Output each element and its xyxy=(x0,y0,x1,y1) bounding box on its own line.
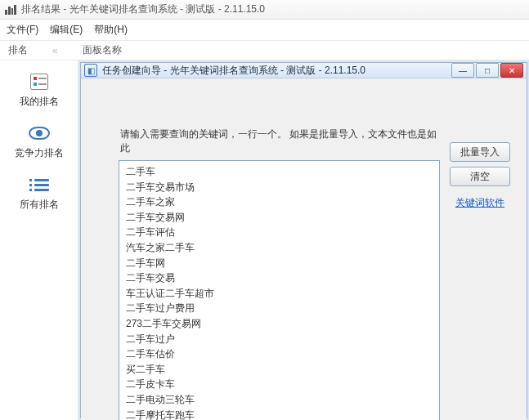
toolbar-panel-name-label: 面板名称 xyxy=(83,43,122,57)
menu-help[interactable]: 帮助(H) xyxy=(94,23,128,37)
sidebar: 我的排名 竞争力排名 所有排名 xyxy=(0,60,78,420)
wizard-titlebar: ◧ 任务创建向导 - 光年关键词排名查询系统 - 测试版 - 2.11.15.0… xyxy=(81,63,527,78)
minimize-button[interactable]: — xyxy=(451,63,474,78)
sidebar-label-all-rank: 所有排名 xyxy=(20,198,59,212)
menubar: 文件(F) 编辑(E) 帮助(H) xyxy=(0,20,529,41)
sidebar-item-my-rank[interactable]: 我的排名 xyxy=(11,72,68,109)
sidebar-label-compete-rank: 竞争力排名 xyxy=(15,146,64,160)
main-area: 我的排名 竞争力排名 所有排名 ◧ 任务创建向导 - 光年关键词排名查询系统 -… xyxy=(0,60,529,420)
app-title: 排名结果 - 光年关键词排名查询系统 - 测试版 - 2.11.15.0 xyxy=(21,2,265,16)
window-buttons: — □ ✕ xyxy=(451,63,523,78)
sidebar-item-compete-rank[interactable]: 竞争力排名 xyxy=(11,123,68,160)
keywords-textarea[interactable]: 二手车 二手车交易市场 二手车之家 二手车交易网 二手车评估 汽车之家二手车 二… xyxy=(119,160,440,420)
toolbar-rank-label[interactable]: 排名 xyxy=(8,43,28,57)
wizard-icon: ◧ xyxy=(84,64,97,77)
eye-icon xyxy=(28,123,51,143)
sidebar-label-my-rank: 我的排名 xyxy=(20,95,59,109)
instruction-text: 请输入需要查询的关键词，一行一个。 如果是批量导入，文本文件也是如此 xyxy=(120,127,440,155)
wizard-dialog: ◧ 任务创建向导 - 光年关键词排名查询系统 - 测试版 - 2.11.15.0… xyxy=(80,62,527,418)
toolbar: 排名 « 面板名称 xyxy=(0,41,529,60)
clear-button[interactable]: 清空 xyxy=(450,167,510,186)
menu-edit[interactable]: 编辑(E) xyxy=(50,23,83,37)
all-list-icon xyxy=(28,175,51,194)
menu-file[interactable]: 文件(F) xyxy=(7,23,38,37)
wizard-body: 请输入需要查询的关键词，一行一个。 如果是批量导入，文本文件也是如此 二手车 二… xyxy=(81,78,527,420)
close-button[interactable]: ✕ xyxy=(500,63,523,78)
wizard-title-text: 任务创建向导 - 光年关键词排名查询系统 - 测试版 - 2.11.15.0 xyxy=(102,64,451,78)
wizard-left-column: 请输入需要查询的关键词，一行一个。 如果是批量导入，文本文件也是如此 二手车 二… xyxy=(119,127,440,420)
wizard-right-column: 批量导入 清空 关键词软件 xyxy=(450,127,510,420)
bulk-import-button[interactable]: 批量导入 xyxy=(450,142,510,162)
app-titlebar: 排名结果 - 光年关键词排名查询系统 - 测试版 - 2.11.15.0 xyxy=(0,0,529,20)
maximize-button[interactable]: □ xyxy=(476,63,499,78)
toolbar-separator: « xyxy=(52,45,58,56)
list-icon xyxy=(28,72,51,92)
keyword-software-link[interactable]: 关键词软件 xyxy=(450,196,510,210)
content-area: ◧ 任务创建向导 - 光年关键词排名查询系统 - 测试版 - 2.11.15.0… xyxy=(78,60,529,420)
app-icon xyxy=(5,5,16,15)
sidebar-item-all-rank[interactable]: 所有排名 xyxy=(11,175,68,212)
